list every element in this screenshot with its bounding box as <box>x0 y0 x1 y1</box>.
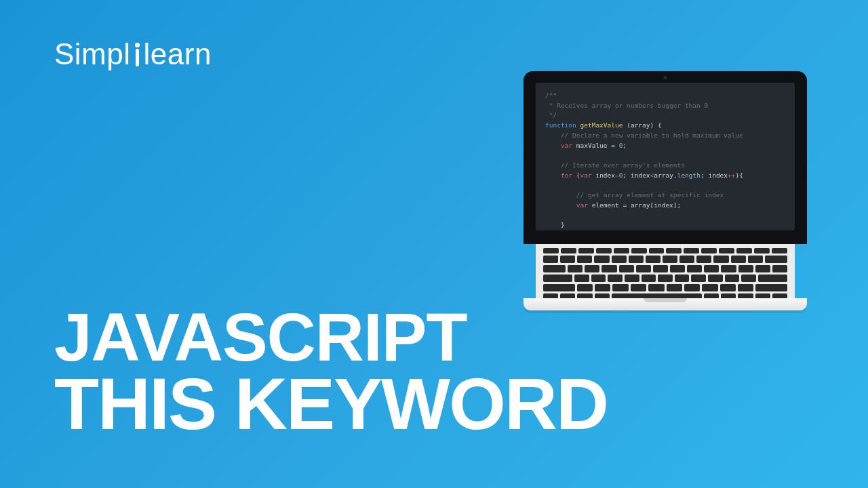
laptop-base <box>524 298 807 310</box>
laptop-screen-frame: /** * Receives array or numbers bugger t… <box>524 71 807 244</box>
logo-separator-icon <box>135 43 140 66</box>
logo-text-right: learn <box>144 37 212 71</box>
code-block: /** * Receives array or numbers bugger t… <box>545 91 785 230</box>
title-line-1: JAVASCRIPT <box>54 305 608 369</box>
laptop-illustration: /** * Receives array or numbers bugger t… <box>524 71 807 310</box>
logo-text-left: Simpl <box>54 37 131 71</box>
laptop-camera-icon <box>664 76 667 79</box>
laptop-notch <box>644 298 687 302</box>
code-editor-screen: /** * Receives array or numbers bugger t… <box>536 83 795 230</box>
main-title: JAVASCRIPT THIS KEYWORD <box>54 305 608 439</box>
brand-logo: Simpl learn <box>54 37 212 71</box>
laptop-keyboard <box>536 244 795 298</box>
title-line-2: THIS KEYWORD <box>54 369 608 439</box>
